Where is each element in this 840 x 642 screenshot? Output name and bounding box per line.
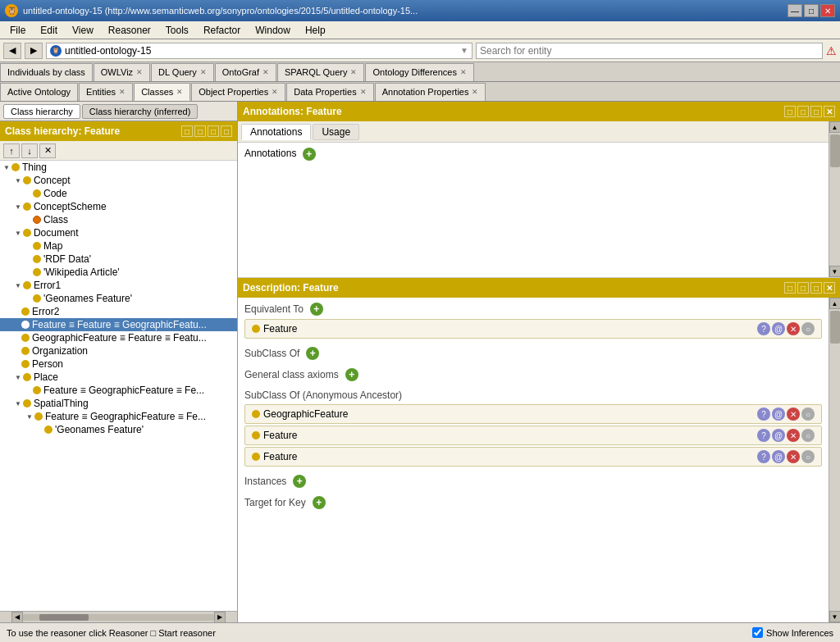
sub-tab-class-hierarchy[interactable]: Class hierarchy (3, 104, 80, 119)
ann-header-icon-3[interactable]: □ (810, 106, 822, 117)
add-key-button[interactable]: + (313, 496, 326, 509)
geo-x-button[interactable]: ✕ (787, 408, 800, 421)
maximize-button[interactable]: □ (804, 4, 819, 17)
forward-button[interactable]: ▶ (25, 43, 43, 59)
feat2-x-button[interactable]: ✕ (787, 450, 800, 463)
add-axiom-button[interactable]: + (345, 368, 358, 381)
menu-help[interactable]: Help (299, 23, 332, 38)
close-button[interactable]: ✕ (820, 4, 835, 17)
h-scroll-left[interactable]: ◀ (11, 612, 23, 623)
tree-item-error2[interactable]: ▶ Error2 (0, 305, 237, 318)
menu-tools[interactable]: Tools (159, 23, 195, 38)
ann-scroll-up[interactable]: ▲ (829, 121, 841, 133)
h-scrollbar-track[interactable] (23, 614, 214, 621)
tree-item-concept[interactable]: ▼ Concept (0, 174, 237, 187)
tab-object-properties[interactable]: Object Properties ✕ (191, 83, 285, 101)
close-sparql-tab[interactable]: ✕ (350, 68, 357, 76)
annotations-scrollbar[interactable]: ▲ ▼ (829, 121, 840, 277)
h-scroll-right[interactable]: ▶ (214, 612, 226, 623)
tree-item-person[interactable]: ▶ Person (0, 357, 237, 371)
tab-classes[interactable]: Classes ✕ (134, 83, 190, 101)
menu-reasoner[interactable]: Reasoner (102, 23, 158, 38)
tree-item-spatialthing[interactable]: ▼ SpatialThing (0, 397, 237, 410)
minimize-button[interactable]: — (788, 4, 802, 17)
tree-item-class[interactable]: ▶ Class (0, 213, 237, 226)
feat1-at-button[interactable]: @ (772, 429, 785, 442)
tree-item-conceptscheme[interactable]: ▼ ConceptScheme (0, 200, 237, 213)
tree-item-geonames1[interactable]: ▶ 'Geonames Feature' (0, 292, 237, 305)
feat1-x-button[interactable]: ✕ (787, 429, 800, 442)
equiv-info-button[interactable]: ? (757, 322, 770, 335)
tree-item-wikipedia[interactable]: ▶ 'Wikipedia Article' (0, 266, 237, 279)
desc-close-icon[interactable]: ✕ (824, 282, 835, 294)
desc-header-icon-3[interactable]: □ (810, 282, 822, 294)
menu-file[interactable]: File (3, 23, 32, 38)
tab-dlquery[interactable]: DL Query ✕ (151, 63, 214, 81)
ann-close-icon[interactable]: ✕ (824, 106, 835, 117)
header-icon-4[interactable]: □ (221, 125, 232, 137)
close-entities-tab[interactable]: ✕ (119, 88, 126, 96)
tree-item-feature-selected[interactable]: ▶ Feature ≡ Feature ≡ GeographicFeatu... (0, 318, 237, 331)
tab-owlviz[interactable]: OWLViz ✕ (94, 63, 150, 81)
equiv-at-button[interactable]: @ (772, 322, 785, 335)
header-icon-1[interactable]: □ (181, 125, 193, 137)
menu-edit[interactable]: Edit (34, 23, 64, 38)
tab-ontograf[interactable]: OntoGraf ✕ (215, 63, 276, 81)
description-scrollbar[interactable]: ▲ ▼ (829, 298, 840, 622)
tree-item-code[interactable]: ▶ Code (0, 187, 237, 200)
feat2-at-button[interactable]: @ (772, 450, 785, 463)
desc-header-icon-1[interactable]: □ (784, 282, 796, 294)
tab-entities[interactable]: Entities ✕ (79, 83, 133, 101)
close-objprops-tab[interactable]: ✕ (272, 88, 278, 96)
close-dlquery-tab[interactable]: ✕ (200, 68, 207, 76)
tab-ontology-differences[interactable]: Ontology Differences ✕ (365, 63, 474, 81)
tree-item-place[interactable]: ▼ Place (0, 371, 237, 384)
close-ontograf-tab[interactable]: ✕ (262, 68, 269, 76)
tree-down-button[interactable]: ↓ (21, 143, 38, 158)
description-scroll-area[interactable]: Equivalent To + Feature ? @ (238, 298, 829, 622)
close-annprops-tab[interactable]: ✕ (472, 88, 478, 96)
tree-item-rdfdata[interactable]: ▶ 'RDF Data' (0, 253, 237, 266)
tree-item-thing[interactable]: ▼ Thing (0, 161, 237, 174)
equiv-circle-button[interactable]: ○ (801, 322, 815, 335)
add-instance-button[interactable]: + (293, 475, 306, 488)
tree-item-geonames-spatial[interactable]: ▶ 'Geonames Feature' (0, 423, 237, 436)
menu-refactor[interactable]: Refactor (197, 23, 247, 38)
class-tree[interactable]: ▼ Thing ▼ Concept ▶ Code ▼ (0, 161, 237, 611)
geo-circle-button[interactable]: ○ (801, 408, 815, 421)
tree-item-document[interactable]: ▼ Document (0, 226, 237, 239)
ann-scroll-down[interactable]: ▼ (829, 266, 841, 277)
desc-scroll-up[interactable]: ▲ (829, 298, 841, 309)
ann-header-icon-1[interactable]: □ (784, 106, 796, 117)
tab-sparql[interactable]: SPARQL Query ✕ (277, 63, 364, 81)
ann-header-icon-2[interactable]: □ (797, 106, 809, 117)
feat2-circle-button[interactable]: ○ (801, 450, 815, 463)
geo-at-button[interactable]: @ (772, 408, 785, 421)
geo-info-button[interactable]: ? (757, 408, 770, 421)
menu-view[interactable]: View (66, 23, 100, 38)
sub-tab-class-hierarchy-inferred[interactable]: Class hierarchy (inferred) (82, 104, 198, 119)
tree-item-geographicfeature[interactable]: ▶ GeographicFeature ≡ Feature ≡ Featu... (0, 331, 237, 344)
tree-clear-button[interactable]: ✕ (39, 143, 56, 158)
h-scrollbar-thumb[interactable] (39, 614, 89, 621)
tab-individuals-by-class[interactable]: Individuals by class (0, 63, 93, 81)
equiv-x-button[interactable]: ✕ (787, 322, 800, 335)
header-icon-2[interactable]: □ (194, 125, 206, 137)
desc-scroll-down[interactable]: ▼ (829, 611, 841, 622)
tab-annotations[interactable]: Annotations (241, 124, 311, 140)
close-dataprops-tab[interactable]: ✕ (360, 88, 367, 96)
desc-header-icon-2[interactable]: □ (797, 282, 809, 294)
desc-scroll-thumb[interactable] (830, 311, 840, 344)
search-input[interactable] (476, 43, 823, 59)
ann-scroll-thumb[interactable] (830, 134, 840, 167)
close-owlviz-tab[interactable]: ✕ (136, 68, 143, 76)
close-classes-tab[interactable]: ✕ (176, 88, 183, 96)
tree-up-button[interactable]: ↑ (3, 143, 20, 158)
horizontal-scrollbar[interactable]: ◀ ▶ (0, 611, 237, 622)
back-button[interactable]: ◀ (3, 43, 21, 59)
tab-active-ontology[interactable]: Active Ontology (0, 83, 78, 101)
add-annotation-button[interactable]: + (303, 148, 316, 161)
tree-item-map[interactable]: ▶ Map (0, 239, 237, 253)
tree-item-organization[interactable]: ▶ Organization (0, 344, 237, 357)
add-subclass-button[interactable]: + (306, 347, 319, 360)
